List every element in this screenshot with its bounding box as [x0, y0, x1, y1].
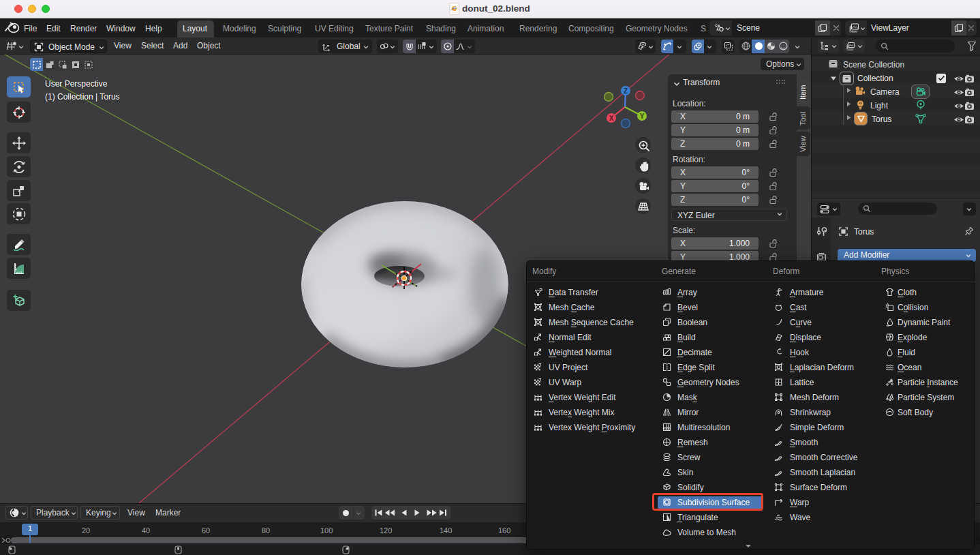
svg-text:X: X: [609, 115, 614, 122]
svg-text:Y: Y: [640, 112, 645, 120]
svg-text:Z: Z: [624, 87, 628, 95]
